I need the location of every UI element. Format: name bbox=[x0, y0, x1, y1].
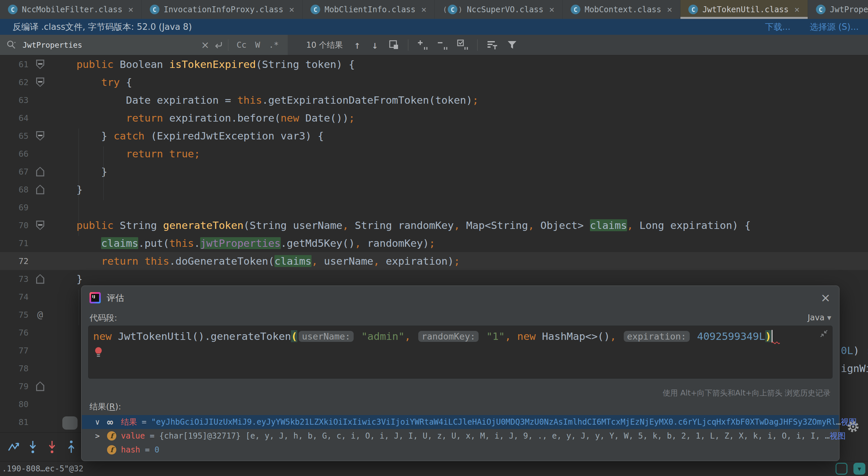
editor-settings-gear-icon[interactable] bbox=[846, 419, 860, 434]
code-line-67[interactable]: 67 } bbox=[0, 163, 868, 181]
search-icon[interactable] bbox=[6, 39, 17, 51]
line-number: 77 bbox=[0, 346, 29, 355]
result-row-result[interactable]: ∨∞结果 = "eyJhbGciOiJIUzUxMiJ9.eyJyYW5kb21… bbox=[82, 415, 839, 429]
previous-occurrence-button[interactable]: ↑ bbox=[354, 39, 360, 51]
code-line-71[interactable]: 71 claims.put(this.jwtProperties.getMd5K… bbox=[0, 234, 868, 252]
collapse-expand-icon[interactable] bbox=[819, 329, 828, 339]
code-text: claims.put(this.jwtProperties.getMd5Key(… bbox=[52, 237, 435, 249]
code-token: generateToken bbox=[163, 219, 244, 231]
code-token: JwtTokenUtil().generateToken bbox=[112, 330, 291, 342]
code-token: , bbox=[528, 219, 534, 231]
divider bbox=[228, 39, 228, 51]
choose-sources-link[interactable]: 选择源 (S)... bbox=[810, 21, 859, 33]
filter-lines-icon[interactable] bbox=[486, 38, 499, 52]
tab-MobContext.class[interactable]: CMobContext.class× bbox=[563, 0, 680, 19]
step-out-icon[interactable] bbox=[64, 439, 78, 454]
code-token: claims bbox=[590, 219, 627, 231]
error-bulb-icon[interactable] bbox=[94, 347, 103, 359]
clear-search-icon[interactable]: × bbox=[201, 39, 210, 51]
code-line-70[interactable]: 70 public String generateToken(String us… bbox=[0, 216, 868, 234]
result-row-hash[interactable]: fhash = 0 bbox=[82, 443, 839, 457]
tab-close-icon[interactable]: × bbox=[421, 4, 427, 14]
fold-marker-collapse[interactable] bbox=[29, 77, 52, 87]
code-token: ; bbox=[194, 148, 200, 160]
remove-selection-icon[interactable] bbox=[436, 38, 450, 52]
tree-expander-icon[interactable]: > bbox=[95, 432, 107, 440]
tree-expander-icon[interactable]: ∨ bbox=[95, 418, 107, 426]
code-token: ; bbox=[472, 94, 478, 106]
code-token: "admin" bbox=[361, 330, 405, 342]
search-input[interactable]: JwtProperties × Cc W .* bbox=[0, 35, 288, 55]
match-case-toggle[interactable]: Cc bbox=[237, 40, 247, 50]
tab-close-icon[interactable]: × bbox=[795, 4, 800, 14]
dialog-header[interactable]: IJ 评估 × bbox=[82, 286, 839, 310]
fold-marker-collapse[interactable] bbox=[29, 131, 52, 141]
tab-close-icon[interactable]: × bbox=[289, 4, 294, 14]
add-selection-icon[interactable] bbox=[416, 38, 430, 52]
force-step-into-icon[interactable] bbox=[45, 439, 59, 454]
fold-marker-end[interactable] bbox=[29, 274, 52, 284]
code-token: Object> bbox=[534, 219, 590, 231]
fold-marker-collapse[interactable] bbox=[29, 60, 52, 69]
toggle-selection-icon[interactable] bbox=[456, 38, 469, 52]
code-line-68[interactable]: 68 } bbox=[0, 181, 868, 198]
fold-marker-end[interactable] bbox=[29, 185, 52, 194]
fold-marker-collapse[interactable] bbox=[29, 221, 52, 230]
show-execution-point-icon[interactable] bbox=[7, 439, 21, 454]
code-token: } bbox=[52, 130, 114, 142]
class-icon: C bbox=[311, 5, 320, 14]
whole-words-toggle[interactable]: W bbox=[255, 40, 260, 50]
fold-marker-end[interactable] bbox=[29, 167, 52, 177]
line-number: 74 bbox=[0, 292, 29, 302]
line-number: 80 bbox=[0, 400, 29, 409]
tab-list: CNccMobileFilter.class×CInvocationInfoPr… bbox=[0, 0, 868, 19]
search-result-count: 10 个结果 bbox=[306, 40, 343, 50]
code-line-66[interactable]: 66 return true; bbox=[0, 145, 868, 163]
line-number: 61 bbox=[0, 60, 29, 69]
corner-dropdown-icon[interactable]: ▾ bbox=[854, 463, 865, 475]
line-number: 65 bbox=[0, 131, 29, 141]
tab-close-icon[interactable]: × bbox=[549, 4, 555, 14]
download-sources-link[interactable]: 下载... bbox=[765, 21, 790, 33]
result-row-value[interactable]: >fvalue = {char[195]@32717} [e, y, J, h,… bbox=[82, 429, 839, 443]
tab-NccMobileFilter.class[interactable]: CNccMobileFilter.class× bbox=[0, 0, 142, 19]
fold-marker-end[interactable] bbox=[29, 382, 52, 391]
code-line-73[interactable]: 73 } bbox=[0, 270, 868, 288]
code-line-72[interactable]: 72 return this.doGenerateToken(claims, u… bbox=[0, 252, 868, 270]
corner-widget-icon[interactable] bbox=[836, 463, 847, 475]
code-line-64[interactable]: 64 return expiration.before(new Date()); bbox=[0, 109, 868, 127]
language-selector[interactable]: Java ▼ bbox=[808, 313, 831, 322]
decompile-message: 反编译 .class文件, 字节码版本: 52.0 (Java 8) bbox=[12, 21, 192, 33]
code-line-65[interactable]: 65 } catch (ExpiredJwtException var3) { bbox=[0, 127, 868, 145]
code-token bbox=[52, 255, 101, 267]
code-token: , bbox=[627, 219, 633, 231]
tab-InvocationInfoProxy.class[interactable]: CInvocationInfoProxy.class× bbox=[142, 0, 303, 19]
multiline-search-icon[interactable] bbox=[213, 40, 224, 50]
tab-close-icon[interactable]: × bbox=[128, 4, 133, 14]
expression-editor[interactable]: new JwtTokenUtil().generateToken(userNam… bbox=[88, 326, 833, 379]
code-token: = bbox=[140, 445, 154, 454]
close-icon[interactable]: × bbox=[820, 292, 831, 304]
code-token: ) bbox=[765, 330, 772, 342]
tab-close-icon[interactable]: × bbox=[667, 4, 672, 14]
code-line-61[interactable]: 61 public Boolean isTokenExpired(String … bbox=[0, 55, 868, 73]
step-into-icon[interactable] bbox=[26, 439, 40, 454]
code-token: (String userName bbox=[244, 219, 343, 231]
tab-label: JwtProperties.class bbox=[830, 5, 868, 14]
tab-JwtTokenUtil.class[interactable]: CJwtTokenUtil.class× bbox=[680, 0, 808, 19]
code-line-63[interactable]: 63 Date expiration = this.getExpirationD… bbox=[0, 91, 868, 109]
scrollbar-thumb[interactable] bbox=[62, 416, 78, 430]
regex-toggle[interactable]: .* bbox=[269, 40, 279, 50]
code-text: } catch (ExpiredJwtException var3) { bbox=[52, 130, 324, 142]
tab-JwtProperties.class[interactable]: CJwtProperties.class bbox=[808, 0, 868, 19]
code-line-62[interactable]: 62 try { bbox=[0, 73, 868, 91]
code-token bbox=[511, 330, 517, 342]
tab-NccSuperVO.class[interactable]: (C)NccSuperVO.class× bbox=[435, 0, 563, 19]
view-link[interactable]: 视图 bbox=[830, 431, 846, 441]
funnel-filter-icon[interactable] bbox=[505, 38, 519, 52]
select-all-occurrences-icon[interactable] bbox=[388, 39, 400, 51]
next-occurrence-button[interactable]: ↓ bbox=[372, 39, 378, 51]
tab-MobClientInfo.class[interactable]: CMobClientInfo.class× bbox=[303, 0, 435, 19]
code-token: ( bbox=[291, 330, 297, 342]
code-line-69[interactable]: 69 bbox=[0, 198, 868, 216]
